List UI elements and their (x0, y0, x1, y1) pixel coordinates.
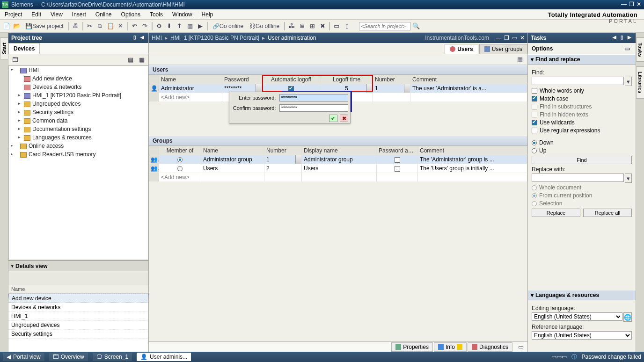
col-password[interactable]: Password (222, 75, 262, 84)
compile-icon[interactable]: ⚙ (154, 22, 164, 31)
libraries-rail-tab[interactable]: Libraries (636, 66, 644, 98)
user-name-cell[interactable]: Administrator (159, 84, 222, 93)
tree-item[interactable]: ▸Languages & resources (9, 133, 148, 142)
col-member-of[interactable]: Member of (159, 146, 201, 155)
tree-item[interactable]: Add new device (9, 74, 148, 83)
tab-diagnostics[interactable]: Diagnostics (468, 342, 512, 352)
download-icon[interactable]: ⬇ (165, 22, 174, 31)
tasks-next-icon[interactable]: ▶ (626, 35, 633, 41)
tab-user-groups[interactable]: User groups (479, 44, 527, 54)
tree-item[interactable]: ▾HMI (9, 66, 148, 74)
replace-button[interactable]: Replace (532, 209, 580, 217)
menu-view[interactable]: View (46, 10, 67, 19)
options-menu-icon[interactable]: ▭ (622, 44, 632, 53)
tab-info[interactable]: Info (434, 342, 467, 352)
save-project-button[interactable]: 💾 Save project (22, 22, 66, 31)
from-pos-radio[interactable] (532, 193, 537, 198)
delete-icon[interactable]: ✕ (116, 22, 125, 31)
regex-check[interactable] (532, 128, 537, 133)
tree-item[interactable]: ▸Common data (9, 116, 148, 125)
col-group-number[interactable]: Number (264, 146, 302, 155)
user-comment-cell[interactable]: The user 'Administrator' is a... (410, 84, 527, 93)
hmi-icon[interactable]: 🖥 (297, 22, 307, 31)
editor-min-icon[interactable]: — (496, 35, 501, 41)
lang-tool-icon[interactable]: 🌐 (623, 312, 632, 322)
overview-button[interactable]: 🗔 Overview (49, 353, 88, 361)
menu-edit[interactable]: Edit (27, 10, 46, 19)
menu-tools[interactable]: Tools (145, 10, 168, 19)
users-grid[interactable]: Name Password Automatic logoff Logoff ti… (149, 75, 527, 136)
find-dropdown-icon[interactable]: ▾ (625, 77, 632, 86)
details-row[interactable]: Ungrouped devices (8, 321, 148, 330)
tree-item[interactable]: ▸HMI_1 [KTP1200 Basic PN Portrait] (9, 91, 148, 100)
split-h-icon[interactable]: ▭ (332, 22, 341, 31)
substructures-check[interactable] (532, 104, 537, 109)
tree-item[interactable]: ▸Online access (9, 142, 148, 150)
details-row[interactable]: Security settings (8, 330, 148, 339)
user-number-cell[interactable]: 1 (373, 84, 410, 93)
cut-icon[interactable]: ✂ (85, 22, 95, 31)
up-radio[interactable] (532, 148, 537, 153)
down-radio[interactable] (532, 140, 537, 145)
match-case-check[interactable] (532, 96, 537, 101)
aging-check[interactable] (395, 157, 400, 163)
new-project-icon[interactable]: 📄 (2, 22, 11, 31)
member-radio[interactable] (177, 157, 183, 162)
find-replace-accordion[interactable]: ▾ Find and replace (528, 54, 636, 65)
col-name[interactable]: Name (159, 75, 222, 84)
screen-button[interactable]: 🖵 Screen_1 (93, 353, 132, 361)
details-row[interactable]: HMI_1 (8, 312, 148, 321)
menu-project[interactable]: Project (0, 10, 27, 19)
search-icon[interactable]: 🔍 (411, 22, 421, 31)
upload-icon[interactable]: ⬆ (175, 22, 184, 31)
whole-words-check[interactable] (532, 88, 537, 94)
open-project-icon[interactable]: 📂 (12, 22, 22, 31)
groups-grid[interactable]: Member of Name Number Display name Passw… (149, 146, 527, 341)
breadcrumb-1[interactable]: HMI (152, 35, 162, 41)
start-icon[interactable]: ▶ (196, 22, 205, 31)
chevron-down-icon[interactable]: ▾ (11, 264, 14, 268)
editing-lang-select[interactable]: English (United States) (532, 312, 622, 321)
wildcards-check[interactable] (532, 120, 537, 125)
details-row[interactable]: Devices & networks (8, 303, 148, 312)
restore-button[interactable]: ❐ (628, 1, 635, 8)
simulate-icon[interactable]: ▦ (185, 22, 195, 31)
split-v-icon[interactable]: ▯ (342, 22, 351, 31)
reference-lang-select[interactable]: English (United States) (532, 331, 632, 340)
menu-online[interactable]: Online (91, 10, 117, 19)
pt-collapse-icon[interactable]: ◀ (139, 35, 146, 41)
breadcrumb-2[interactable]: HMI_1 [KTP1200 Basic PN Portrait] (170, 35, 259, 41)
undo-icon[interactable]: ↶ (130, 22, 139, 31)
selection-radio[interactable] (532, 201, 537, 206)
menu-window[interactable]: Window (168, 10, 197, 19)
pt-pin-icon[interactable]: ▯ (132, 35, 138, 41)
col-logoff-time[interactable]: Logoff time (321, 75, 373, 84)
menu-help[interactable]: Help (197, 10, 218, 19)
group-row-admin[interactable]: 👥 Administrator group 1 Administrator gr… (149, 155, 527, 164)
editor-tool-icon[interactable]: ▦ (515, 54, 525, 64)
col-password-aging[interactable]: Password aging (377, 146, 418, 155)
pt-view2-icon[interactable]: ▦ (137, 55, 146, 65)
col-group-comment[interactable]: Comment (418, 146, 527, 155)
languages-accordion[interactable]: ▾ Languages & resources (528, 290, 636, 300)
paste-icon[interactable]: 📋 (106, 22, 115, 31)
project-tree[interactable]: ▾HMIAdd new deviceDevices & networks▸HMI… (8, 65, 148, 260)
group-row-addnew[interactable]: <Add new> (149, 173, 527, 182)
details-row[interactable]: Add new device (8, 294, 148, 303)
bottom-collapse-icon[interactable]: ▭ (516, 342, 526, 352)
menu-insert[interactable]: Insert (67, 10, 91, 19)
editor-max-icon[interactable]: ❐ (504, 35, 509, 41)
replace-dropdown-icon[interactable]: ▾ (625, 174, 632, 183)
devices-tab[interactable]: Devices (8, 43, 40, 54)
col-number[interactable]: Number (373, 75, 410, 84)
find-input[interactable] (532, 77, 624, 85)
start-tab[interactable]: Start (0, 37, 8, 59)
col-comment[interactable]: Comment (410, 75, 527, 84)
pt-topology-icon[interactable]: 🗔 (10, 55, 20, 65)
tasks-prev-icon[interactable]: ◀ (611, 35, 618, 41)
aging-check[interactable] (395, 166, 400, 172)
tree-item[interactable]: ▸Card Reader/USB memory (9, 150, 148, 159)
user-admin-button[interactable]: 👤 User adminis... (137, 353, 191, 361)
tab-users[interactable]: Users (445, 44, 478, 54)
tab-properties[interactable]: Properties (391, 342, 433, 352)
